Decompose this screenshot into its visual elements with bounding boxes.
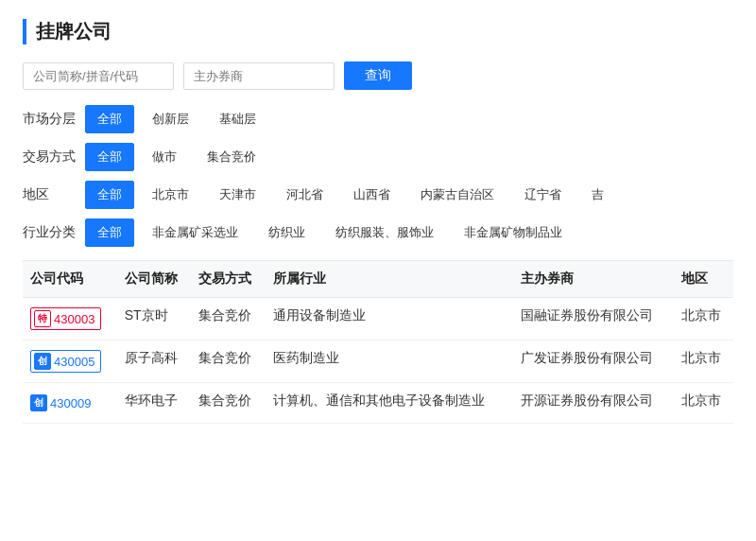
search-input-broker[interactable]: [183, 62, 335, 90]
cell-industry-2: 计算机、通信和其他电子设备制造业: [266, 383, 513, 424]
badge-chuang: 创: [34, 353, 51, 370]
table-container: 公司代码 公司简称 交易方式 所属行业 主办券商 地区 特 430003: [23, 261, 733, 424]
page-container: 挂牌公司 查询 市场分层 全部 创新层 基础层 交易方式 全部 做市 集合竞价 …: [0, 0, 756, 541]
filter-trade-market[interactable]: 做市: [140, 143, 189, 171]
filter-row-industry: 行业分类 全部 非金属矿采选业 纺织业 纺织服装、服饰业 非金属矿物制品业: [23, 218, 733, 247]
cell-code-0[interactable]: 特 430003: [23, 298, 117, 340]
cell-broker-2: 开源证券股份有限公司: [513, 383, 674, 424]
filter-market-chuang[interactable]: 创新层: [140, 105, 201, 133]
filter-label-trade: 交易方式: [23, 143, 76, 169]
badge-st: 特: [34, 310, 51, 327]
code-text-0: 430003: [54, 312, 94, 326]
code-box-red[interactable]: 特 430003: [30, 307, 101, 330]
filter-region-shanxi[interactable]: 山西省: [341, 181, 403, 209]
table-row: 创 430005 原子高科 集合竞价 医药制造业 广发证券股份有限公司 北京市: [23, 340, 733, 383]
filter-row-trade: 交易方式 全部 做市 集合竞价: [23, 143, 733, 171]
col-header-name: 公司简称: [117, 261, 192, 298]
search-bar: 查询: [23, 61, 733, 90]
filter-region-hebei[interactable]: 河北省: [274, 181, 335, 209]
filter-region-beijing[interactable]: 北京市: [140, 181, 201, 209]
filter-trade-all[interactable]: 全部: [85, 143, 134, 171]
filter-region-tianjin[interactable]: 天津市: [207, 181, 268, 209]
filter-row-market: 市场分层 全部 创新层 基础层: [23, 105, 733, 133]
col-header-trade: 交易方式: [191, 261, 266, 298]
cell-broker-1: 广发证券股份有限公司: [513, 340, 674, 383]
table-header-row: 公司代码 公司简称 交易方式 所属行业 主办券商 地区: [23, 261, 733, 298]
filter-region-neimenggu[interactable]: 内蒙古自治区: [408, 181, 507, 209]
col-header-code: 公司代码: [23, 261, 117, 298]
filter-industry-2[interactable]: 纺织业: [256, 218, 318, 247]
filter-region-liaoning[interactable]: 辽宁省: [512, 181, 574, 209]
col-header-industry: 所属行业: [266, 261, 513, 298]
filter-market-all[interactable]: 全部: [85, 105, 134, 133]
filter-row-region: 地区 全部 北京市 天津市 河北省 山西省 内蒙古自治区 辽宁省 吉: [23, 181, 733, 209]
table-row: 特 430003 ST京时 集合竞价 通用设备制造业 国融证券股份有限公司 北京…: [23, 298, 733, 340]
col-header-region: 地区: [674, 261, 733, 298]
table-row: 创 430009 华环电子 集合竞价 计算机、通信和其他电子设备制造业 开源证券…: [23, 383, 733, 424]
cell-industry-0: 通用设备制造业: [266, 298, 513, 340]
cell-name-1: 原子高科: [117, 340, 192, 383]
filter-options-trade: 全部 做市 集合竞价: [85, 143, 268, 171]
filter-region-all[interactable]: 全部: [85, 181, 134, 209]
filter-industry-4[interactable]: 非金属矿物制品业: [452, 218, 575, 247]
badge-chuang-2: 创: [30, 394, 47, 411]
cell-trade-1: 集合竞价: [191, 340, 266, 383]
filter-industry-all[interactable]: 全部: [85, 218, 134, 247]
filter-options-region: 全部 北京市 天津市 河北省 山西省 内蒙古自治区 辽宁省 吉: [85, 181, 616, 209]
cell-name-2: 华环电子: [117, 383, 192, 424]
cell-code-2[interactable]: 创 430009: [23, 383, 117, 424]
code-text-1: 430005: [54, 355, 94, 369]
cell-region-1: 北京市: [674, 340, 733, 383]
filter-industry-1[interactable]: 非金属矿采选业: [140, 218, 250, 247]
company-table: 公司代码 公司简称 交易方式 所属行业 主办券商 地区 特 430003: [23, 261, 733, 424]
cell-code-1[interactable]: 创 430005: [23, 340, 117, 383]
cell-region-2: 北京市: [674, 383, 733, 424]
filter-options-industry: 全部 非金属矿采选业 纺织业 纺织服装、服饰业 非金属矿物制品业: [85, 218, 575, 247]
code-plain-blue[interactable]: 创 430009: [30, 393, 91, 413]
code-text-2: 430009: [50, 396, 91, 410]
cell-name-0: ST京时: [117, 298, 192, 340]
filter-trade-auction[interactable]: 集合竞价: [195, 143, 268, 171]
cell-trade-2: 集合竞价: [191, 383, 266, 424]
filter-region-more[interactable]: 吉: [579, 181, 616, 209]
search-input-name[interactable]: [23, 62, 174, 90]
page-title: 挂牌公司: [23, 19, 733, 44]
filter-label-industry: 行业分类: [23, 218, 76, 245]
cell-industry-1: 医药制造业: [266, 340, 513, 383]
filter-market-base[interactable]: 基础层: [207, 105, 268, 133]
cell-trade-0: 集合竞价: [191, 298, 266, 340]
search-button[interactable]: 查询: [344, 61, 412, 90]
filter-industry-3[interactable]: 纺织服装、服饰业: [323, 218, 446, 247]
col-header-broker: 主办券商: [513, 261, 674, 298]
filter-label-market: 市场分层: [23, 105, 76, 131]
code-box-blue[interactable]: 创 430005: [30, 350, 101, 373]
cell-broker-0: 国融证券股份有限公司: [513, 298, 674, 340]
cell-region-0: 北京市: [674, 298, 733, 340]
filter-options-market: 全部 创新层 基础层: [85, 105, 268, 133]
filter-label-region: 地区: [23, 181, 76, 207]
